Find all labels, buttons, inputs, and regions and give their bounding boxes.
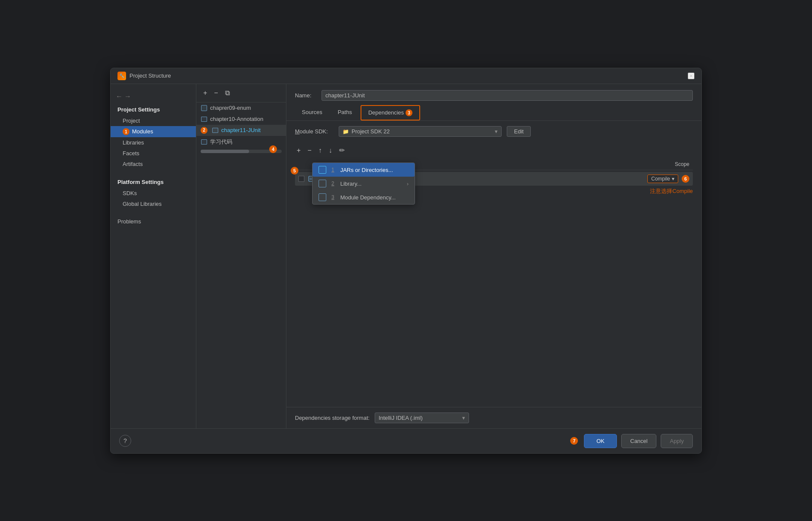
module-chapter11-label: chapter11-JUnit bbox=[221, 127, 261, 133]
sdk-row: Module SDK: 📁 Project SDK 22 ▾ Edit bbox=[286, 121, 701, 142]
storage-dropdown-icon: ▾ bbox=[462, 415, 465, 421]
sidebar-facets-label: Facets bbox=[123, 150, 139, 157]
sidebar-item-global-libraries[interactable]: Global Libraries bbox=[111, 199, 196, 209]
copy-module-button[interactable]: ⧉ bbox=[223, 88, 232, 98]
tab-sources[interactable]: Sources bbox=[295, 105, 329, 120]
storage-value: IntelliJ IDEA (.iml) bbox=[379, 415, 423, 421]
tab-dependencies[interactable]: Dependencies3 bbox=[361, 105, 420, 121]
module-list-panel: + − ⧉ chaprer09-enum chapter10-Annotatio… bbox=[196, 84, 286, 428]
tabs-row: Sources Paths Dependencies3 bbox=[286, 105, 701, 121]
name-label: Name: bbox=[295, 92, 316, 99]
platform-settings-heading: Platform Settings bbox=[111, 176, 196, 188]
nav-forward[interactable]: → bbox=[124, 93, 131, 100]
sidebar-artifacts-label: Artifacts bbox=[123, 161, 143, 167]
module-item-chapter11[interactable]: 2 chapter11-JUnit bbox=[196, 125, 286, 136]
ok-button[interactable]: OK bbox=[584, 434, 617, 448]
chapter11-badge: 2 bbox=[201, 127, 208, 134]
module-item-chapter10[interactable]: chapter10-Annotation bbox=[196, 114, 286, 125]
dep-toolbar: + − ↑ ↓ ✏ 4 1 JARs or Directories... bbox=[286, 142, 701, 159]
nav-arrows: ← → bbox=[111, 89, 196, 104]
storage-label: Dependencies storage format: bbox=[295, 415, 370, 421]
sidebar-item-problems[interactable]: Problems bbox=[111, 216, 196, 227]
sidebar: ← → Project Settings Project 1Modules Li… bbox=[111, 84, 196, 428]
title-bar-left: 🔧 Project Structure bbox=[117, 72, 171, 80]
edit-dep-button[interactable]: ✏ bbox=[337, 145, 346, 155]
sdk-select[interactable]: 📁 Project SDK 22 ▾ bbox=[339, 126, 502, 137]
tab-paths[interactable]: Paths bbox=[331, 105, 359, 120]
dropdown-jars-label: JARs or Directories... bbox=[340, 167, 393, 173]
sdk-label: Module SDK: bbox=[295, 128, 334, 135]
sdk-value: Project SDK 22 bbox=[352, 128, 390, 135]
module-list-toolbar: + − ⧉ bbox=[196, 84, 286, 102]
module-xuexi-label: 学习代码 bbox=[210, 138, 232, 146]
sidebar-item-sdks[interactable]: SDKs bbox=[111, 188, 196, 199]
scope-dropdown-icon: ▾ bbox=[672, 176, 674, 182]
storage-select[interactable]: IntelliJ IDEA (.iml) ▾ bbox=[375, 413, 469, 423]
sidebar-sdks-label: SDKs bbox=[123, 190, 137, 196]
dep-checkbox[interactable] bbox=[298, 176, 304, 182]
sidebar-problems-label: Problems bbox=[117, 218, 141, 225]
scope-header: Scope bbox=[671, 160, 693, 168]
main-content: ← → Project Settings Project 1Modules Li… bbox=[111, 84, 701, 428]
modules-badge: 1 bbox=[123, 128, 129, 135]
storage-row: Dependencies storage format: IntelliJ ID… bbox=[286, 407, 701, 428]
module-chapter10-label: chapter10-Annotation bbox=[210, 116, 263, 122]
project-structure-dialog: 🔧 Project Structure × ← → Project Settin… bbox=[110, 68, 702, 454]
step7-badge: 7 bbox=[570, 437, 578, 445]
module-icon bbox=[201, 139, 208, 145]
right-panel: Name: Sources Paths Dependencies3 Module… bbox=[286, 84, 701, 428]
title-bar: 🔧 Project Structure × bbox=[111, 68, 701, 84]
module-icon bbox=[201, 116, 208, 123]
dropdown-item-module-dep[interactable]: 3 Module Dependency... bbox=[313, 190, 415, 204]
dep-badge: 3 bbox=[406, 109, 412, 116]
module-item-chaprer09[interactable]: chaprer09-enum bbox=[196, 102, 286, 114]
cancel-button[interactable]: Cancel bbox=[621, 434, 656, 448]
dep-scope-compile[interactable]: Compile ▾ bbox=[647, 175, 678, 183]
dropdown-item-library[interactable]: 2 Library... › bbox=[313, 177, 415, 190]
close-button[interactable]: × bbox=[688, 72, 695, 79]
nav-back[interactable]: ← bbox=[116, 93, 123, 100]
app-icon: 🔧 bbox=[117, 72, 126, 80]
dropdown-item-jars[interactable]: 1 JARs or Directories... bbox=[313, 163, 415, 177]
sidebar-modules-label: Modules bbox=[132, 128, 153, 135]
dep-dropdown-menu: 1 JARs or Directories... 2 Library... › … bbox=[312, 163, 415, 205]
dropdown-library-label: Library... bbox=[340, 181, 362, 187]
sidebar-item-project[interactable]: Project bbox=[111, 115, 196, 126]
bottom-bar: ? 7 OK Cancel Apply bbox=[111, 428, 701, 453]
add-module-button[interactable]: + bbox=[201, 88, 209, 98]
sidebar-item-modules[interactable]: 1Modules bbox=[111, 126, 196, 138]
name-input[interactable] bbox=[322, 90, 693, 101]
dropdown-module-dep-label: Module Dependency... bbox=[340, 194, 396, 201]
sidebar-project-label: Project bbox=[123, 117, 140, 124]
dialog-title: Project Structure bbox=[129, 72, 171, 79]
move-down-dep-button[interactable]: ↓ bbox=[327, 146, 334, 155]
module-chaprer09-label: chaprer09-enum bbox=[210, 105, 251, 111]
step6-badge: 6 bbox=[682, 175, 689, 183]
sidebar-global-libraries-label: Global Libraries bbox=[123, 201, 162, 207]
step4-badge: 4 bbox=[269, 145, 277, 153]
name-row: Name: bbox=[286, 84, 701, 105]
sidebar-item-libraries[interactable]: Libraries bbox=[111, 137, 196, 148]
module-icon bbox=[212, 127, 219, 134]
module-icon bbox=[201, 105, 208, 111]
sidebar-item-artifacts[interactable]: Artifacts bbox=[111, 159, 196, 169]
sdk-edit-button[interactable]: Edit bbox=[507, 126, 531, 137]
scrollbar-thumb bbox=[201, 150, 249, 153]
apply-button[interactable]: Apply bbox=[661, 434, 693, 448]
move-up-dep-button[interactable]: ↑ bbox=[317, 146, 324, 155]
step5-badge: 5 bbox=[291, 167, 298, 175]
sidebar-libraries-label: Libraries bbox=[123, 139, 144, 146]
add-dep-button[interactable]: + bbox=[295, 146, 302, 155]
remove-dep-button[interactable]: − bbox=[306, 146, 313, 155]
sidebar-item-facets[interactable]: Facets bbox=[111, 148, 196, 159]
help-button[interactable]: ? bbox=[119, 435, 131, 447]
remove-module-button[interactable]: − bbox=[212, 88, 220, 98]
project-settings-heading: Project Settings bbox=[111, 104, 196, 115]
submenu-arrow-icon: › bbox=[407, 181, 409, 187]
